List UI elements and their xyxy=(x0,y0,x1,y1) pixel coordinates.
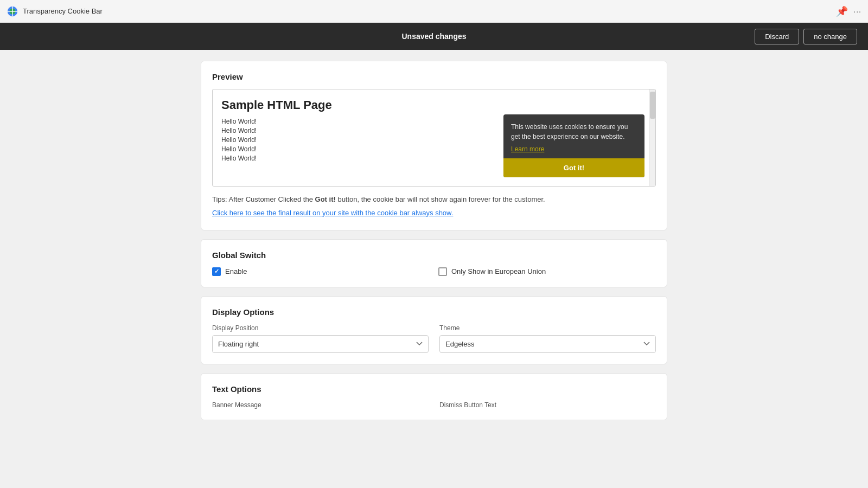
global-switch-card: Global Switch ✓ Enable Only Show in Euro… xyxy=(201,239,667,287)
eu-checkbox-group: Only Show in European Union xyxy=(438,267,656,276)
unsaved-label: Unsaved changes xyxy=(401,32,466,41)
tips-suffix: button, the cookie bar will not show aga… xyxy=(336,195,545,203)
theme-select[interactable]: Edgeless Classic Modern xyxy=(439,335,656,353)
app-icon xyxy=(7,5,18,17)
cookie-popup-text: This website uses cookies to ensure you … xyxy=(511,122,637,142)
theme-label: Theme xyxy=(439,324,656,332)
text-options-title: Text Options xyxy=(212,384,656,394)
preview-title: Preview xyxy=(212,72,656,81)
preview-page-title: Sample HTML Page xyxy=(221,98,647,112)
title-bar-right: 📌 ··· xyxy=(836,5,861,17)
theme-group: Theme Edgeless Classic Modern xyxy=(439,324,656,353)
cookie-popup: This website uses cookies to ensure you … xyxy=(503,114,644,177)
enable-checkbox-group: ✓ Enable xyxy=(212,267,430,276)
global-switch-title: Global Switch xyxy=(212,251,656,260)
cookie-popup-body: This website uses cookies to ensure you … xyxy=(503,114,644,158)
pin-icon[interactable]: 📌 xyxy=(836,5,848,17)
app-title: Transparency Cookie Bar xyxy=(23,7,103,15)
position-label: Display Position xyxy=(212,324,429,332)
display-options-row: Display Position Floating right Floating… xyxy=(212,324,656,353)
eu-checkbox[interactable] xyxy=(438,267,447,276)
title-bar-left: Transparency Cookie Bar xyxy=(7,5,103,17)
text-options-row: Banner Message Dismiss Button Text xyxy=(212,401,656,409)
global-switch-row: ✓ Enable Only Show in European Union xyxy=(212,267,656,276)
unsaved-actions: Discard no change xyxy=(755,29,857,44)
more-icon[interactable]: ··· xyxy=(853,7,861,16)
tips-got-it-label: Got it! xyxy=(315,195,336,203)
preview-content: Sample HTML Page Hello World! Hello Worl… xyxy=(213,89,655,186)
preview-scrollbar-thumb xyxy=(650,92,655,119)
enable-label: Enable xyxy=(225,267,247,275)
banner-message-label: Banner Message xyxy=(212,401,429,409)
tips-text: Tips: After Customer Clicked the Got it!… xyxy=(212,194,656,219)
preview-card: Preview Sample HTML Page Hello World! He… xyxy=(201,61,667,230)
tips-link[interactable]: Click here to see the final result on yo… xyxy=(212,208,656,219)
enable-checkbox[interactable]: ✓ xyxy=(212,267,221,276)
dismiss-button-group: Dismiss Button Text xyxy=(439,401,656,409)
discard-button[interactable]: Discard xyxy=(755,29,799,44)
position-select[interactable]: Floating right Floating left Top bar Bot… xyxy=(212,335,429,353)
position-group: Display Position Floating right Floating… xyxy=(212,324,429,353)
cookie-learn-more-link[interactable]: Learn more xyxy=(511,145,544,153)
eu-label: Only Show in European Union xyxy=(451,267,546,275)
enable-checkmark: ✓ xyxy=(214,268,219,274)
title-bar: Transparency Cookie Bar 📌 ··· xyxy=(0,0,868,23)
banner-message-group: Banner Message xyxy=(212,401,429,409)
no-change-button[interactable]: no change xyxy=(803,29,857,44)
main-content: Preview Sample HTML Page Hello World! He… xyxy=(190,50,678,440)
display-options-title: Display Options xyxy=(212,307,656,317)
dismiss-button-label: Dismiss Button Text xyxy=(439,401,656,409)
cookie-got-it-button[interactable]: Got it! xyxy=(503,158,644,177)
display-options-card: Display Options Display Position Floatin… xyxy=(201,296,667,364)
text-options-card: Text Options Banner Message Dismiss Butt… xyxy=(201,373,667,420)
preview-frame: Sample HTML Page Hello World! Hello Worl… xyxy=(212,89,656,187)
unsaved-bar: Unsaved changes Discard no change xyxy=(0,23,868,50)
preview-scrollbar xyxy=(649,89,655,186)
tips-prefix: Tips: After Customer Clicked the xyxy=(212,195,315,203)
